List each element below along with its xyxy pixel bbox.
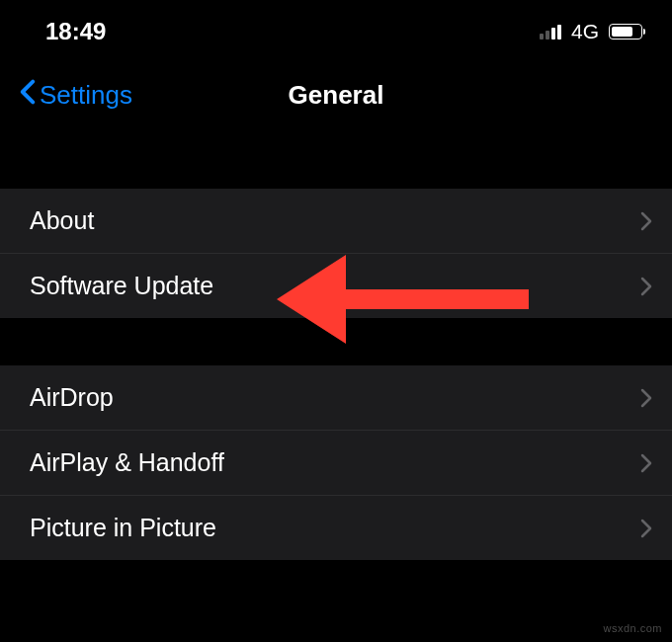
airdrop-row[interactable]: AirDrop bbox=[0, 365, 672, 431]
settings-group-1: About Software Update bbox=[0, 189, 672, 318]
status-indicators: 4G bbox=[540, 20, 642, 43]
picture-in-picture-row[interactable]: Picture in Picture bbox=[0, 496, 672, 560]
list-item-label: AirDrop bbox=[30, 383, 114, 412]
chevron-right-icon bbox=[640, 453, 652, 473]
software-update-row[interactable]: Software Update bbox=[0, 254, 672, 318]
chevron-right-icon bbox=[640, 519, 652, 538]
list-item-label: About bbox=[30, 206, 94, 235]
page-title: General bbox=[289, 80, 384, 111]
chevron-left-icon bbox=[20, 79, 36, 112]
back-label: Settings bbox=[40, 80, 132, 111]
status-bar: 18:49 4G bbox=[0, 0, 672, 59]
chevron-right-icon bbox=[640, 277, 652, 296]
chevron-right-icon bbox=[640, 388, 652, 408]
battery-icon bbox=[609, 24, 642, 40]
status-time: 18:49 bbox=[45, 18, 106, 45]
airplay-handoff-row[interactable]: AirPlay & Handoff bbox=[0, 431, 672, 496]
navigation-header: Settings General bbox=[0, 59, 672, 141]
back-button[interactable]: Settings bbox=[20, 79, 132, 112]
watermark: wsxdn.com bbox=[603, 622, 662, 634]
list-item-label: Picture in Picture bbox=[30, 514, 216, 542]
list-item-label: Software Update bbox=[30, 272, 213, 300]
list-item-label: AirPlay & Handoff bbox=[30, 448, 224, 477]
section-gap bbox=[0, 318, 672, 365]
section-gap bbox=[0, 141, 672, 189]
network-type: 4G bbox=[571, 20, 599, 43]
settings-group-2: AirDrop AirPlay & Handoff Picture in Pic… bbox=[0, 365, 672, 560]
cellular-signal-icon bbox=[540, 24, 561, 40]
chevron-right-icon bbox=[640, 211, 652, 231]
about-row[interactable]: About bbox=[0, 189, 672, 254]
